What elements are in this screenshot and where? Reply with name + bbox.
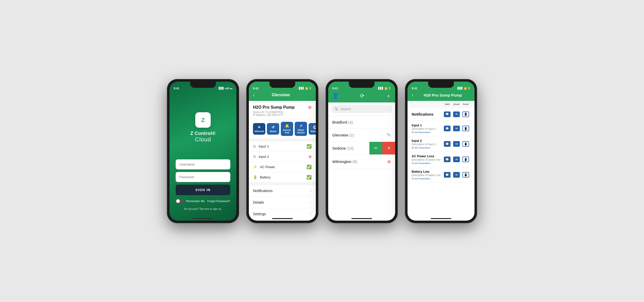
buzzer-icon: 🔔	[285, 124, 289, 128]
sign-in-button[interactable]: SIGN IN	[176, 185, 230, 195]
input1-push-toggle[interactable]: 📱	[461, 125, 470, 132]
action-buttons: ✕ Silenced ↺ Reset 🔔 Buzzer Test ↗ Share…	[249, 119, 316, 139]
notif-battery-desc: Description of battery low	[412, 174, 443, 177]
location-item-sedona[interactable]: Sedona (10) ✏ ✕	[328, 142, 395, 155]
notif-header-sms[interactable]: 💬	[443, 110, 452, 118]
input1-email-toggle[interactable]: ✉	[452, 125, 461, 132]
acpower-sms-toggle[interactable]: 💬	[443, 156, 452, 163]
notif-input2-params[interactable]: ⚙ Set Parameters	[412, 146, 443, 149]
back-button-2[interactable]: ‹	[253, 92, 255, 98]
acpower-email-toggle[interactable]: ✉	[452, 156, 461, 163]
logo-container: Z Z Control® Cloud	[190, 96, 216, 159]
notif-battery-params[interactable]: ⚙ Set Parameters	[412, 177, 443, 180]
notif-input1-params[interactable]: ⚙ Set Parameters	[412, 131, 443, 134]
battery-icon-4: 🔋	[468, 87, 470, 90]
search-icon: 🔍	[334, 107, 338, 111]
gear-icon-2: ⚙	[412, 146, 414, 149]
sedona-delete-button[interactable]: ✕	[382, 142, 395, 154]
notif-section-header: Notifications 💬 ✉ 📱	[408, 108, 474, 121]
sms-header-icon: 💬	[444, 111, 451, 117]
sedona-name: Sedona (10)	[332, 146, 369, 150]
notif-acpower-params[interactable]: ⚙ Set Parameters	[412, 162, 443, 165]
notch-4	[428, 82, 454, 88]
input2-push-toggle[interactable]: 📱	[461, 140, 470, 148]
no-account-text[interactable]: No account? Tap here to sign up.	[176, 208, 230, 210]
acpower-email-icon: ✉	[453, 157, 460, 162]
acpower-sms-icon: 💬	[444, 157, 451, 162]
battery-push-icon: 📱	[462, 172, 469, 178]
glenview-name: Glenview (2)	[332, 133, 386, 137]
login-form: SIGN IN Remember Me Forgot Password? No …	[176, 159, 230, 215]
location-item-glenview[interactable]: Glenview (2)	[328, 129, 395, 142]
notif-input1-col: Input 1 Description of Input 1 ⚙ Set Par…	[412, 124, 443, 134]
status-list: ⊙ Input 1 ✅ ⊙ Input 2 ⊗ ⚡ AC Power ✅	[249, 141, 316, 183]
battery-status-icon: 🔋	[253, 175, 257, 179]
username-input[interactable]	[176, 159, 230, 169]
device-title: H2O Pro Sump Pump	[253, 105, 295, 110]
status-icons-2: ▋▋▋ 📶 🔋	[299, 87, 312, 90]
device-id: Device ID: YLLTASE0TKS	[253, 111, 312, 114]
battery-push-toggle[interactable]: 📱	[461, 171, 470, 179]
menu-item-settings[interactable]: Settings ›	[249, 208, 316, 219]
input1-push-icon: 📱	[462, 126, 469, 131]
location-item-wilmington[interactable]: Wilmington (8) ⊗	[328, 155, 395, 169]
remember-me-container: Remember Me	[176, 199, 205, 203]
reboot-button[interactable]: ⏻ Reboot	[309, 123, 316, 135]
details-chevron: ›	[310, 200, 312, 204]
input2-sms-toggle[interactable]: 💬	[443, 140, 452, 148]
battery-email-toggle[interactable]: ✉	[452, 171, 461, 179]
phone3-header: 👤 ⟳ ＋	[328, 91, 395, 102]
zcontrol-logo-icon: ⟳	[360, 93, 365, 99]
notif-section-title: Notifications	[412, 112, 434, 116]
location-item-bradford[interactable]: Bradford (4)	[328, 116, 395, 129]
forgot-password-link[interactable]: Forgot Password?	[207, 200, 230, 203]
wilmington-alert-icon: ⊗	[387, 159, 391, 165]
share-icon: ↗	[299, 124, 302, 128]
notif-input1-desc: Description of Input 1	[412, 127, 443, 130]
input1-icon: ⊙	[253, 144, 256, 148]
notif-row-acpower: AC Power Loss Description of power loss …	[408, 152, 474, 167]
battery-sms-toggle[interactable]: 💬	[443, 171, 452, 179]
signal-icon-2: ▋▋▋	[299, 87, 304, 90]
acpower-push-toggle[interactable]: 📱	[461, 156, 470, 163]
gear-icon-1: ⚙	[412, 131, 414, 134]
status-icons-3: ▋▋▋ 📶 🔋	[378, 87, 391, 90]
phone-device-detail: 9:41 ▋▋▋ 📶 🔋 ‹ Glenview H2O Pro Sump Pum…	[246, 79, 318, 223]
notifications-menu-label: Notifications	[253, 189, 310, 193]
reset-button[interactable]: ↺ Reset	[267, 123, 279, 135]
reboot-label: Reboot	[311, 130, 316, 133]
phone-notifications: 9:41 ▋▋▋ 📶 🔋 ‹ H20 Pro Sump Pump SMS Ema…	[405, 79, 477, 223]
menu-list: Notifications › Details › Settings › Sha…	[249, 185, 316, 219]
bradford-name: Bradford (4)	[332, 120, 391, 124]
input2-status: ⊗	[308, 154, 312, 159]
device-alert-icon: ⊗	[308, 105, 312, 110]
battery-email-icon: ✉	[453, 172, 460, 178]
home-indicator-4	[431, 218, 451, 219]
input2-email-toggle[interactable]: ✉	[452, 140, 461, 148]
status-time-4: 9:41	[412, 87, 417, 90]
input1-sms-icon: 💬	[444, 126, 451, 131]
input1-sms-toggle[interactable]: 💬	[443, 125, 452, 132]
notif-input2-desc: Description of Input 2	[412, 143, 443, 146]
notif-row-input2: Input 2 Description of Input 2 ⚙ Set Par…	[408, 136, 474, 152]
sedona-edit-button[interactable]: ✏	[369, 142, 382, 154]
back-button-4[interactable]: ‹	[412, 92, 413, 98]
buzzer-test-button[interactable]: 🔔 Buzzer Test	[281, 122, 293, 136]
share-label: Share Device	[296, 129, 306, 134]
status-time-3: 9:41	[332, 87, 338, 90]
home-indicator-2	[272, 218, 293, 219]
set-params-label-2: Set Parameters	[414, 146, 430, 149]
menu-item-notifications[interactable]: Notifications ›	[249, 185, 316, 197]
notif-header-push[interactable]: 📱	[461, 110, 470, 118]
notif-header-email[interactable]: ✉	[452, 110, 461, 118]
notif-acpower-toggles: 💬 ✉ 📱	[443, 156, 470, 163]
share-device-button[interactable]: ↗ Share Device	[295, 122, 307, 136]
notif-battery-label: Battery Low	[412, 170, 443, 174]
silenced-button[interactable]: ✕ Silenced	[253, 123, 265, 135]
remember-me-toggle[interactable]	[176, 199, 184, 203]
menu-item-details[interactable]: Details ›	[249, 197, 316, 208]
add-location-icon[interactable]: ＋	[386, 92, 391, 99]
profile-icon[interactable]: 👤	[332, 93, 339, 99]
password-input[interactable]	[176, 172, 230, 182]
locations-list: Bradford (4) Glenview (2) Sedona (10)	[328, 116, 395, 169]
